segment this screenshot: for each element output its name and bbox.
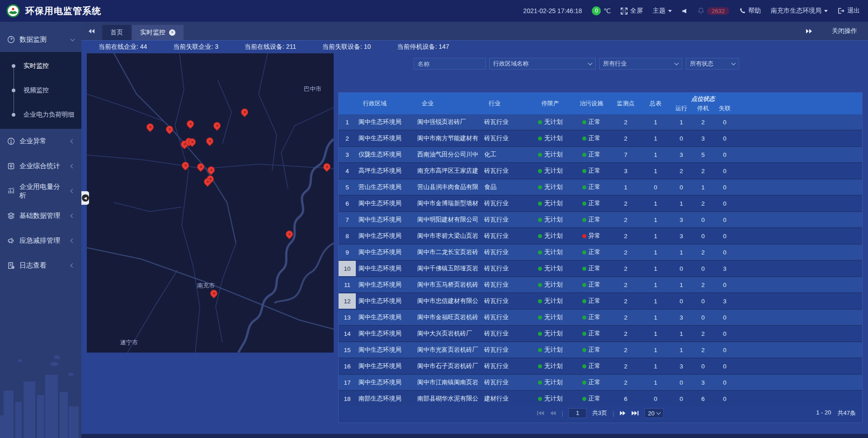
- main-area: 首页 实时监控 × 关闭操作 当前在线企业: 44 当前失联企业: 3: [81, 22, 868, 438]
- cell-stop-limit: 无计划: [528, 147, 572, 162]
- page-number-input[interactable]: 1: [569, 408, 587, 418]
- cell-main-meter: 1: [641, 147, 670, 162]
- cell-main-meter: 1: [641, 342, 670, 358]
- cell-pollution-facility: 正常: [572, 326, 611, 341]
- tab-realtime-monitoring[interactable]: 实时监控 ×: [132, 25, 184, 40]
- cell-pollution-facility: 正常: [572, 310, 611, 325]
- table-row[interactable]: 1 阆中生态环境局 阆中强锐页岩砖厂 砖瓦行业 无计划 正常 2 1 1 2 0: [339, 114, 862, 130]
- fullscreen-button[interactable]: 全屏: [621, 7, 643, 15]
- region-filter-select[interactable]: 行政区域名称: [489, 58, 596, 70]
- tab-home[interactable]: 首页: [102, 25, 131, 40]
- table-row[interactable]: 6 阆中生态环境局 阆中市金博瑞新型墙材 砖瓦行业 无计划 正常 2 1 1 2…: [339, 196, 862, 211]
- sidebar-item-enterprise-abnormal[interactable]: 企业异常: [0, 129, 81, 154]
- cell-industry: 砖瓦行业: [481, 163, 528, 179]
- table-row[interactable]: 2 阆中生态环境局 阆中市南方节能建材有 砖瓦行业 无计划 正常 2 1 0 3…: [339, 131, 862, 146]
- cell-running: 1: [670, 277, 692, 292]
- table-row[interactable]: 14 阆中生态环境局 阆中大兴页岩机砖厂 砖瓦行业 无计划 正常 2 1 1 2…: [339, 326, 862, 341]
- theme-label: 主题: [653, 7, 665, 15]
- cell-lost: 0: [714, 310, 736, 325]
- cell-region: 阆中生态环境局: [356, 375, 415, 390]
- page-size-select[interactable]: 20: [644, 408, 664, 418]
- cell-lost: 0: [714, 326, 736, 341]
- cell-monitor-points: 1: [611, 179, 641, 195]
- status-dot: [538, 234, 542, 238]
- submenu-data-monitoring: 实时监控 视频监控 企业电力负荷明细: [0, 52, 81, 129]
- cell-lost: 0: [714, 245, 736, 260]
- name-filter-input[interactable]: [418, 61, 482, 67]
- tabs-scroll-left-icon[interactable]: [88, 28, 95, 34]
- cell-index: 2: [339, 131, 356, 146]
- cell-pollution-facility: 正常: [572, 391, 611, 402]
- table-row[interactable]: 4 高坪生态环境局 南充市高坪区王家店建 砖瓦行业 无计划 正常 3 1 2 2…: [339, 163, 862, 179]
- temperature-badge: 0: [592, 6, 601, 15]
- sidebar-item-enterprise-statistics[interactable]: 企业综合统计: [0, 154, 81, 179]
- help-button[interactable]: 帮助: [739, 7, 761, 15]
- table-row[interactable]: 18 南部生态环境局 南部县砌华水泥有限公 建材行业 无计划 正常 6 0 0 …: [339, 391, 862, 402]
- table-row[interactable]: 3 仪陇生态环境局 西南油气田分公司川中 化工 无计划 正常 7 1 3 5 0: [339, 147, 862, 162]
- stop-limit-label: 无计划: [544, 118, 563, 126]
- table-row[interactable]: 17 阆中生态环境局 阆中市江南镇阆南页岩 砖瓦行业 无计划 正常 2 1 0 …: [339, 375, 862, 390]
- cell-company: 营山县润丰肉食品有限: [415, 179, 481, 195]
- sidebar-item-video-monitoring[interactable]: 视频监控: [0, 78, 81, 103]
- status-filter-select[interactable]: 所有状态: [686, 58, 739, 70]
- table-row[interactable]: 7 阆中生态环境局 阆中明阳建材有限公司 砖瓦行业 无计划 正常 2 1 3 0…: [339, 212, 862, 227]
- sidebar-item-basic-data[interactable]: 基础数据管理: [0, 203, 81, 228]
- cell-monitor-points: 2: [611, 245, 641, 260]
- table-row[interactable]: 8 阆中生态环境局 阆中市枣碧大梁山页岩 砖瓦行业 无计划 异常 2 1 3 0…: [339, 228, 862, 244]
- cell-region: 阆中生态环境局: [356, 114, 415, 130]
- cell-stopped: 3: [692, 375, 714, 390]
- mute-button[interactable]: [682, 8, 688, 14]
- sidebar-item-label: 基础数据管理: [19, 212, 60, 220]
- logout-button[interactable]: 退出: [838, 7, 860, 15]
- status-dot: [538, 120, 542, 124]
- cell-running: 3: [670, 358, 692, 374]
- sidebar: 数据监测 实时监控 视频监控 企业电力负荷明细 企业异常: [0, 22, 81, 438]
- cell-industry: 砖瓦行业: [481, 114, 528, 130]
- close-operations-button[interactable]: 关闭操作: [832, 27, 857, 35]
- table-row[interactable]: 13 阆中生态环境局 阆中市金福旺页岩机砖 砖瓦行业 无计划 正常 2 1 3 …: [339, 310, 862, 325]
- last-page-icon[interactable]: [631, 410, 639, 416]
- status-dot: [582, 218, 586, 222]
- cell-main-meter: 1: [641, 163, 670, 179]
- stop-limit-label: 无计划: [544, 167, 563, 175]
- next-page-icon[interactable]: [619, 410, 626, 416]
- first-page-icon[interactable]: [537, 410, 544, 416]
- sidebar-item-power-load-detail[interactable]: 企业电力负荷明细: [0, 103, 81, 127]
- table-row[interactable]: 11 阆中生态环境局 阆中市五马桥页岩机砖 砖瓦行业 无计划 正常 2 1 1 …: [339, 277, 862, 292]
- sidebar-item-power-usage-analysis[interactable]: 企业用电量分析: [0, 179, 81, 203]
- tabs-scroll-right-icon[interactable]: [806, 28, 813, 34]
- table-row[interactable]: 16 阆中生态环境局 阆中市石子页岩机砖厂 砖瓦行业 无计划 正常 2 1 3 …: [339, 358, 862, 374]
- prev-page-icon[interactable]: [550, 410, 556, 416]
- cell-main-meter: 1: [641, 245, 670, 260]
- status-dot: [582, 348, 586, 352]
- notifications-count-badge: 2632: [707, 7, 729, 15]
- table-row[interactable]: 5 营山生态环境局 营山县润丰肉食品有限 食品 无计划 正常 1 0 0 1 0: [339, 179, 862, 195]
- table-row[interactable]: 12 阆中生态环境局 阆中市忠信建材有限公 砖瓦行业 无计划 正常 2 1 0 …: [339, 293, 862, 309]
- pager-divider: |: [613, 410, 614, 417]
- cell-pollution-facility: 正常: [572, 245, 611, 260]
- map-canvas[interactable]: 巴中市南充市遂宁市: [87, 53, 334, 353]
- cell-stop-limit: 无计划: [528, 342, 572, 358]
- sidebar-item-emergency-reduction[interactable]: 应急减排管理: [0, 228, 81, 253]
- cell-main-meter: 1: [641, 277, 670, 292]
- cell-region: 阆中生态环境局: [356, 196, 415, 211]
- sidebar-item-realtime-monitoring[interactable]: 实时监控: [0, 54, 81, 78]
- sidebar-item-data-monitoring[interactable]: 数据监测: [0, 27, 81, 52]
- sidebar-item-log-view[interactable]: 日志查看: [0, 253, 81, 278]
- theme-dropdown[interactable]: 主题: [653, 7, 672, 15]
- close-icon[interactable]: ×: [169, 29, 175, 36]
- cell-main-meter: 1: [641, 310, 670, 325]
- cell-lost: 0: [714, 391, 736, 402]
- status-dot: [538, 218, 542, 222]
- table-row[interactable]: 9 阆中生态环境局 阆中市二龙长宝页岩砖 砖瓦行业 无计划 正常 2 1 1 2…: [339, 245, 862, 260]
- table-row[interactable]: 10 阆中生态环境局 阆中千佛镇五郎垭页岩 砖瓦行业 无计划 正常 2 1 0 …: [339, 261, 862, 276]
- facility-label: 正常: [589, 151, 601, 159]
- table-row[interactable]: 15 阆中生态环境局 阆中市光富页岩机砖厂 砖瓦行业 无计划 正常 2 1 1 …: [339, 342, 862, 358]
- industry-filter-select[interactable]: 所有行业: [599, 58, 682, 70]
- chevron-left-icon: [71, 139, 75, 144]
- org-dropdown[interactable]: 南充市生态环境局: [771, 7, 828, 15]
- notifications-button[interactable]: 2632: [698, 7, 729, 15]
- cell-stopped: 0: [692, 228, 714, 244]
- sidebar-collapse-handle[interactable]: ◀: [81, 191, 89, 205]
- name-filter[interactable]: [414, 58, 486, 70]
